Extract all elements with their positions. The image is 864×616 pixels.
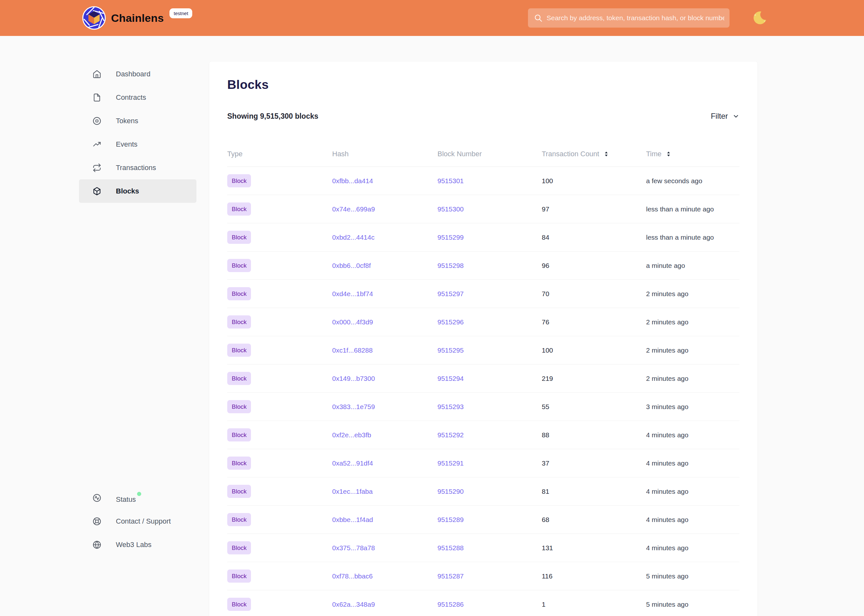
column-header-transaction-count: Transaction Count <box>542 150 646 158</box>
table-row: Block 0xa52...91df4 9515291 37 4 minutes… <box>227 449 740 478</box>
block-number-link[interactable]: 9515298 <box>438 262 464 269</box>
sidebar-item-dashboard[interactable]: Dashboard <box>79 62 197 86</box>
brand-group[interactable]: Chainlens testnet <box>82 6 192 30</box>
block-time: 2 minutes ago <box>646 375 740 382</box>
block-number-link[interactable]: 9515299 <box>438 234 464 241</box>
sidebar-item-label: Events <box>116 140 137 149</box>
block-time: 2 minutes ago <box>646 318 740 326</box>
file-icon <box>93 93 101 102</box>
table-row: Block 0xbbe...1f4ad 9515289 68 4 minutes… <box>227 506 740 534</box>
block-number-link[interactable]: 9515289 <box>438 516 464 523</box>
block-time: 4 minutes ago <box>646 544 740 552</box>
hash-link[interactable]: 0xbbe...1f4ad <box>332 516 373 523</box>
hash-link[interactable]: 0x375...78a78 <box>332 544 375 552</box>
block-number-link[interactable]: 9515301 <box>438 177 464 184</box>
transaction-count: 100 <box>542 177 646 185</box>
block-number-link[interactable]: 9515292 <box>438 431 464 438</box>
hash-link[interactable]: 0xa52...91df4 <box>332 459 373 467</box>
block-number-link[interactable]: 9515296 <box>438 318 464 326</box>
table-row: Block 0xbd2...4414c 9515299 84 less than… <box>227 223 740 251</box>
column-header-block-number: Block Number <box>438 150 542 158</box>
hash-link[interactable]: 0x1ec...1faba <box>332 488 373 495</box>
block-number-link[interactable]: 9515295 <box>438 347 464 354</box>
type-badge: Block <box>227 400 251 413</box>
sidebar-item-events[interactable]: Events <box>79 132 197 156</box>
type-badge: Block <box>227 428 251 442</box>
hash-link[interactable]: 0xf78...bbac6 <box>332 572 373 580</box>
sidebar-item-blocks[interactable]: Blocks <box>79 179 197 203</box>
hash-link[interactable]: 0xd4e...1bf74 <box>332 290 373 297</box>
chevron-down-icon <box>732 113 740 119</box>
blocks-table: Type Hash Block Number Transaction Count… <box>227 141 740 616</box>
trending-icon <box>93 140 101 149</box>
hash-link[interactable]: 0x383...1e759 <box>332 403 375 410</box>
hash-link[interactable]: 0xc1f...68288 <box>332 347 373 354</box>
content-card: Blocks Showing 9,515,300 blocks Filter T… <box>209 61 757 616</box>
sidebar-item-contracts[interactable]: Contracts <box>79 86 197 109</box>
block-time: 4 minutes ago <box>646 431 740 439</box>
type-badge: Block <box>227 344 251 357</box>
transaction-count: 88 <box>542 431 646 439</box>
transaction-count: 219 <box>542 375 646 382</box>
filter-button[interactable]: Filter <box>711 112 740 121</box>
block-number-link[interactable]: 9515293 <box>438 403 464 410</box>
hash-link[interactable]: 0xbd2...4414c <box>332 234 375 241</box>
block-number-link[interactable]: 9515291 <box>438 459 464 467</box>
hash-link[interactable]: 0xbb6...0cf8f <box>332 262 371 269</box>
search-bar[interactable] <box>528 8 730 28</box>
table-row: Block 0x62a...348a9 9515286 1 5 minutes … <box>227 590 740 616</box>
sort-icon <box>665 151 672 157</box>
theme-toggle-button[interactable] <box>751 9 768 26</box>
search-icon <box>534 14 543 22</box>
sidebar-item-tokens[interactable]: Tokens <box>79 109 197 132</box>
sidebar-nav: Dashboard Contracts Tokens Events Transa… <box>79 62 197 203</box>
hash-link[interactable]: 0x149...b7300 <box>332 375 375 382</box>
table-row: Block 0xbb6...0cf8f 9515298 96 a minute … <box>227 251 740 280</box>
hash-link[interactable]: 0x000...4f3d9 <box>332 318 373 326</box>
column-header-hash: Hash <box>332 150 438 158</box>
sidebar-item-label: Web3 Labs <box>116 541 151 549</box>
sidebar-item-label: Status <box>116 492 141 504</box>
table-body: Block 0xfbb...da414 9515301 100 a few se… <box>227 167 740 616</box>
block-number-link[interactable]: 9515287 <box>438 572 464 580</box>
block-number-link[interactable]: 9515290 <box>438 488 464 495</box>
hash-link[interactable]: 0xf2e...eb3fb <box>332 431 371 438</box>
block-time: 4 minutes ago <box>646 488 740 495</box>
hash-link[interactable]: 0x74e...699a9 <box>332 205 375 213</box>
transaction-count: 55 <box>542 403 646 411</box>
sort-time-button[interactable] <box>665 151 672 157</box>
sidebar-item-transactions[interactable]: Transactions <box>79 156 197 179</box>
sort-icon <box>603 151 609 157</box>
table-header-row: Type Hash Block Number Transaction Count… <box>227 141 740 167</box>
sidebar-item-label: Contracts <box>116 93 146 102</box>
cube-icon <box>93 187 101 196</box>
sidebar-item-status[interactable]: Status <box>79 486 197 509</box>
block-number-link[interactable]: 9515300 <box>438 205 464 213</box>
sort-transaction-count-button[interactable] <box>603 151 609 157</box>
sidebar-item-label: Transactions <box>116 163 156 172</box>
transaction-count: 1 <box>542 600 646 608</box>
sidebar-item-contact-support[interactable]: Contact / Support <box>79 509 197 533</box>
table-row: Block 0xd4e...1bf74 9515297 70 2 minutes… <box>227 280 740 308</box>
type-badge: Block <box>227 541 251 555</box>
sidebar-item-label: Contact / Support <box>116 517 171 525</box>
transaction-count: 100 <box>542 347 646 354</box>
block-number-link[interactable]: 9515297 <box>438 290 464 297</box>
transaction-count: 81 <box>542 488 646 495</box>
block-time: a few seconds ago <box>646 177 740 185</box>
hash-link[interactable]: 0x62a...348a9 <box>332 600 375 608</box>
block-number-link[interactable]: 9515286 <box>438 600 464 608</box>
transaction-count: 37 <box>542 459 646 467</box>
sidebar-item-label: Blocks <box>116 187 139 195</box>
block-number-link[interactable]: 9515288 <box>438 544 464 552</box>
search-input[interactable] <box>546 8 730 28</box>
chainlens-logo-icon <box>82 6 106 30</box>
type-badge: Block <box>227 174 251 187</box>
transaction-count: 97 <box>542 205 646 213</box>
hash-link[interactable]: 0xfbb...da414 <box>332 177 373 184</box>
transaction-count: 70 <box>542 290 646 298</box>
column-header-type: Type <box>227 150 332 158</box>
sidebar-item-web3-labs[interactable]: Web3 Labs <box>79 533 197 556</box>
block-number-link[interactable]: 9515294 <box>438 375 464 382</box>
type-badge: Block <box>227 569 251 583</box>
